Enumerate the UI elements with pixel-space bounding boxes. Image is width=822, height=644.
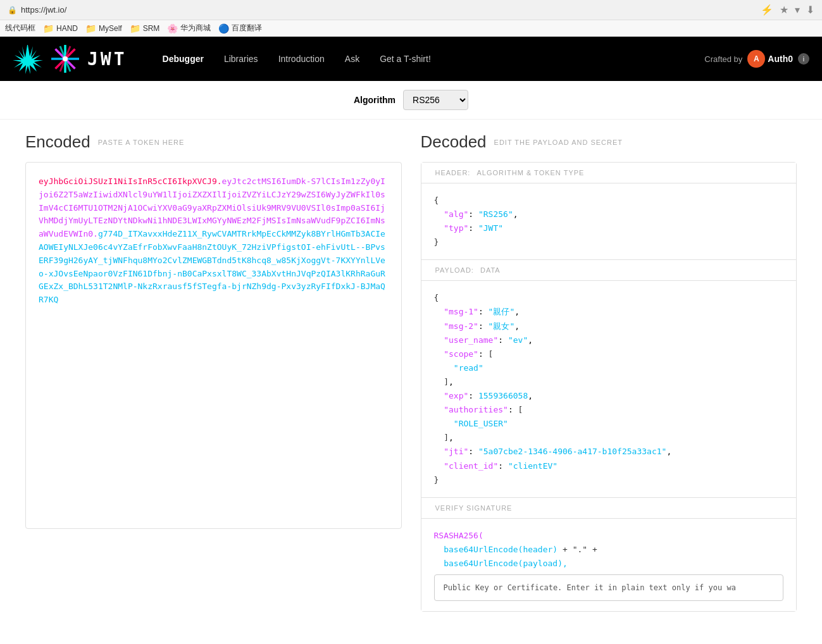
verify-line2: base64UrlEncode(payload), — [444, 559, 568, 568]
encoded-box[interactable]: eyJhbGciOiJSUzI1NiIsInR5cCI6IkpXVCJ9.eyJ… — [25, 162, 402, 529]
translate-icon: 🔵 — [218, 23, 229, 34]
bookmark-label: HAND — [56, 24, 78, 33]
decoded-subtitle: EDIT THE PAYLOAD AND SECRET — [494, 139, 623, 146]
lightning-icon[interactable]: ⚡ — [761, 4, 773, 16]
payload-label: PAYLOAD: — [435, 266, 474, 274]
lock-icon: 🔒 — [8, 6, 17, 15]
auth0-logo: A Auth0 — [747, 50, 793, 68]
algorithm-label: Algorithm — [354, 95, 395, 105]
huawei-icon: 🌸 — [167, 23, 178, 34]
auth0-circle-icon: A — [747, 50, 765, 68]
url-bar: 🔒 https://jwt.io/ — [8, 5, 66, 15]
jwt-logo-icon — [13, 44, 43, 74]
nav-introduction[interactable]: Introduction — [268, 49, 335, 69]
verify-label: VERIFY SIGNATURE — [435, 504, 513, 512]
payload-section-header: PAYLOAD: DATA — [421, 260, 797, 281]
svg-marker-0 — [13, 45, 43, 74]
decoded-title: Decoded EDIT THE PAYLOAD AND SECRET — [421, 132, 797, 152]
download-icon[interactable]: ⬇ — [806, 4, 814, 16]
payload-json: { "msg-1": "親仔", "msg-2": "親女", "user_na… — [421, 281, 797, 497]
verify-section-header: VERIFY SIGNATURE — [421, 498, 797, 519]
main-nav: Debugger Libraries Introduction Ask Get … — [153, 49, 705, 69]
bookmark-baidu[interactable]: 🔵 百度翻译 — [218, 23, 262, 34]
encoded-panel: Encoded PASTE A TOKEN HERE eyJhbGciOiJSU… — [25, 132, 402, 612]
public-key-input[interactable]: Public Key or Certificate. Enter it in p… — [434, 574, 784, 601]
token-header: eyJhbGciOiJSUzI1NiIsInR5cCI6IkpXVCJ9. — [39, 176, 222, 186]
decoded-container: HEADER: ALGORITHM & TOKEN TYPE { "alg": … — [421, 162, 797, 612]
payload-section: PAYLOAD: DATA { "msg-1": "親仔", "msg-2": … — [421, 259, 797, 497]
header-label: HEADER: — [435, 169, 471, 176]
folder-icon: 📁 — [130, 23, 140, 34]
folder-icon: 📁 — [43, 23, 54, 34]
auth0-label: Auth0 — [768, 54, 793, 64]
jwt-star-logo — [49, 43, 81, 75]
algorithm-select[interactable]: HS256 HS384 HS512 RS256 RS384 RS512 — [403, 90, 468, 110]
bookmark-label: MySelf — [99, 24, 122, 33]
browser-bar: 🔒 https://jwt.io/ ⚡ ★ ▾ ⬇ — [0, 0, 822, 20]
decoded-panel: Decoded EDIT THE PAYLOAD AND SECRET HEAD… — [421, 132, 797, 612]
bookmark-srm[interactable]: 📁 SRM — [130, 23, 160, 34]
menu-icon[interactable]: ▾ — [795, 4, 800, 16]
bookmark-label: 线代码框 — [5, 23, 35, 34]
header-section-header: HEADER: ALGORITHM & TOKEN TYPE — [421, 163, 797, 183]
nav-tshirt[interactable]: Get a T-shirt! — [370, 49, 441, 69]
star-icon[interactable]: ★ — [780, 4, 788, 16]
bookmark-label: SRM — [143, 24, 160, 33]
encoded-subtitle: PASTE A TOKEN HERE — [98, 139, 185, 146]
nav-debugger[interactable]: Debugger — [153, 49, 214, 69]
logo-text: JWT — [87, 49, 127, 70]
header-json: { "alg": "RS256", "typ": "JWT" } — [421, 183, 797, 259]
header-sub: ALGORITHM & TOKEN TYPE — [476, 169, 584, 176]
public-key-placeholder: Public Key or Certificate. Enter it in p… — [444, 583, 736, 592]
app-header: JWT Debugger Libraries Introduction Ask … — [0, 37, 822, 81]
token-signature: g774D_ITXavxxHdeZ11X_RywCVAMTRrkMpEcCkMM… — [39, 229, 385, 304]
algorithm-bar: Algorithm HS256 HS384 HS512 RS256 RS384 … — [0, 81, 822, 120]
url-text: https://jwt.io/ — [21, 5, 66, 15]
payload-sub: DATA — [480, 266, 501, 274]
logo-area: JWT — [13, 43, 127, 75]
nav-libraries[interactable]: Libraries — [214, 49, 268, 69]
nav-ask[interactable]: Ask — [335, 49, 370, 69]
encoded-title: Encoded PASTE A TOKEN HERE — [25, 132, 402, 152]
verify-fn: RSASHA256( — [434, 531, 483, 540]
browser-actions: ⚡ ★ ▾ ⬇ — [761, 4, 814, 16]
bookmark-myself[interactable]: 📁 MySelf — [85, 23, 122, 34]
bookmark-huawei[interactable]: 🌸 华为商城 — [167, 23, 211, 34]
crafted-by-label: Crafted by — [704, 54, 742, 64]
info-icon[interactable]: i — [798, 53, 809, 65]
bookmark-hand[interactable]: 📁 HAND — [43, 23, 78, 34]
bookmark-codebar[interactable]: 线代码框 — [5, 23, 35, 34]
bookmarks-bar: 线代码框 📁 HAND 📁 MySelf 📁 SRM 🌸 华为商城 🔵 百度翻译 — [0, 20, 822, 37]
verify-section: VERIFY SIGNATURE RSASHA256( base64UrlEnc… — [421, 497, 797, 612]
bookmark-label: 华为商城 — [180, 23, 211, 34]
header-section: HEADER: ALGORITHM & TOKEN TYPE { "alg": … — [421, 163, 797, 259]
main-content: Encoded PASTE A TOKEN HERE eyJhbGciOiJSU… — [0, 120, 822, 624]
crafted-by-section: Crafted by A Auth0 i — [704, 50, 809, 68]
verify-content: RSASHA256( base64UrlEncode(header) + "."… — [421, 519, 797, 612]
bookmark-label: 百度翻译 — [232, 23, 262, 34]
folder-icon: 📁 — [85, 23, 96, 34]
svg-point-7 — [63, 56, 68, 61]
verify-line1: base64UrlEncode(header) — [444, 545, 557, 554]
